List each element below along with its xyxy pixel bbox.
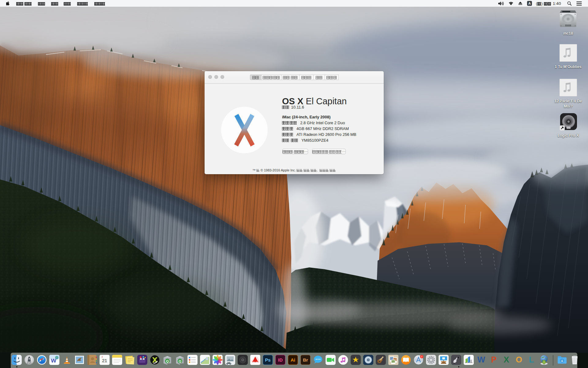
- svg-text:21: 21: [102, 358, 107, 363]
- svg-text:7: 7: [421, 355, 423, 358]
- svg-text:Q: Q: [166, 359, 169, 363]
- svg-text:2: 2: [102, 356, 103, 358]
- svg-text:Q: Q: [179, 359, 181, 363]
